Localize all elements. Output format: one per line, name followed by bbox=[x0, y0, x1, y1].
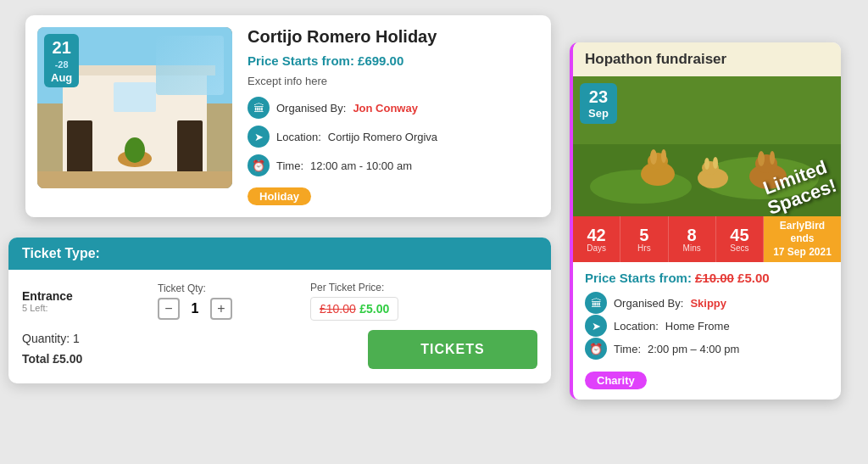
holiday-title: Cortijo Romero Holiday bbox=[248, 27, 536, 47]
holiday-image-wrap: 21 -28 Aug bbox=[37, 27, 232, 188]
holiday-month: Aug bbox=[51, 71, 72, 85]
countdown-bar: 42 Days 5 Hrs 8 Mins 45 Secs EarlyBird e… bbox=[573, 216, 841, 262]
fundraiser-card: Hopathon fundraiser bbox=[570, 42, 841, 400]
holiday-organiser-row: 🏛 Organised By: Jon Conway bbox=[248, 97, 536, 119]
ticket-card: Ticket Type: Entrance 5 Left: Ticket Qty… bbox=[8, 238, 551, 383]
ticket-price-final: £5.00 bbox=[359, 302, 389, 316]
fundraiser-time-label: Time: bbox=[614, 343, 641, 355]
countdown-mins-num: 8 bbox=[687, 226, 697, 243]
svg-rect-5 bbox=[114, 82, 156, 112]
totals-text: Quantity: 1 Total £5.00 bbox=[22, 329, 368, 370]
holiday-day: 21 bbox=[51, 37, 72, 58]
holiday-time-row: ⏰ Time: 12:00 am - 10:00 am bbox=[248, 154, 536, 176]
holiday-time-value: 12:00 am - 10:00 am bbox=[310, 159, 412, 172]
fundraiser-day: 23 bbox=[588, 87, 609, 107]
qty-minus-button[interactable]: − bbox=[158, 298, 180, 320]
holiday-price-value: £699.00 bbox=[358, 53, 403, 68]
qty-value: 1 bbox=[186, 301, 203, 316]
clock-icon: ⏰ bbox=[248, 154, 270, 176]
fundraiser-header: Hopathon fundraiser bbox=[573, 42, 841, 76]
holiday-info: Cortijo Romero Holiday Price Starts from… bbox=[248, 27, 536, 205]
fundraiser-location-label: Location: bbox=[614, 320, 659, 333]
holiday-location-value: Cortijo Romero Orgiva bbox=[328, 131, 437, 143]
countdown-hrs-label: Hrs bbox=[637, 243, 651, 253]
svg-point-24 bbox=[758, 151, 765, 166]
holiday-card: 21 -28 Aug Cortijo Romero Holiday Price … bbox=[25, 15, 551, 217]
earlybird-line2: 17 Sep 2021 bbox=[773, 246, 832, 260]
tickets-button[interactable]: TICKETS bbox=[368, 330, 537, 369]
earlybird-line1: EarlyBird ends bbox=[767, 220, 837, 246]
ticket-price-col: Per Ticket Price: £10.00 £5.00 bbox=[310, 282, 480, 321]
holiday-range: -28 bbox=[55, 59, 69, 70]
countdown-mins-label: Mins bbox=[683, 243, 701, 253]
holiday-date-badge: 21 -28 Aug bbox=[44, 34, 79, 87]
qty-plus-button[interactable]: + bbox=[210, 298, 232, 320]
ticket-body: Entrance 5 Left: Ticket Qty: − 1 + Per T… bbox=[8, 270, 551, 383]
ticket-row: Entrance 5 Left: Ticket Qty: − 1 + Per T… bbox=[22, 282, 537, 321]
ticket-qty-col: Ticket Qty: − 1 + bbox=[158, 282, 310, 320]
holiday-organiser-label: Organised By: bbox=[276, 102, 346, 115]
fundraiser-organiser-label: Organised By: bbox=[614, 297, 683, 310]
ticket-qty-label: Ticket Qty: bbox=[158, 282, 310, 294]
countdown-days: 42 Days bbox=[573, 216, 620, 262]
ticket-entrance-col: Entrance 5 Left: bbox=[22, 289, 158, 313]
svg-rect-9 bbox=[37, 171, 232, 188]
total-line: Total £5.00 bbox=[22, 349, 368, 370]
fundraiser-location-value: Home Frome bbox=[665, 320, 730, 333]
fundraiser-organiser-value: Skippy bbox=[690, 297, 726, 310]
countdown-hrs-num: 5 bbox=[639, 226, 648, 243]
fundraiser-month: Sep bbox=[588, 107, 609, 120]
countdown-secs-num: 45 bbox=[730, 226, 748, 243]
svg-point-25 bbox=[770, 151, 775, 165]
svg-point-21 bbox=[713, 157, 718, 169]
countdown-days-label: Days bbox=[587, 243, 606, 253]
fundraiser-date-badge: 23 Sep bbox=[580, 83, 617, 124]
quantity-line: Quantity: 1 bbox=[22, 329, 368, 349]
fundraiser-price-final: £5.00 bbox=[737, 271, 770, 285]
fundraiser-image-wrap: LimitedSpaces! 23 Sep bbox=[573, 76, 841, 216]
countdown-hrs: 5 Hrs bbox=[620, 216, 668, 262]
fundraiser-price-original: £10.00 bbox=[695, 271, 734, 285]
bank-icon: 🏛 bbox=[248, 97, 270, 119]
svg-point-8 bbox=[125, 137, 145, 163]
fundraiser-price-label: Price Starts from: bbox=[585, 271, 692, 285]
countdown-secs: 45 Secs bbox=[716, 216, 764, 262]
svg-point-16 bbox=[650, 149, 657, 165]
location-icon: ➤ bbox=[248, 126, 270, 148]
ticket-per-price-label: Per Ticket Price: bbox=[310, 282, 480, 293]
countdown-secs-label: Secs bbox=[730, 243, 748, 253]
countdown-mins: 8 Mins bbox=[669, 216, 716, 262]
holiday-price-label: Price Starts from: bbox=[248, 53, 354, 68]
fundraiser-price: Price Starts from: £10.00 £5.00 bbox=[585, 271, 829, 285]
fundraiser-location-icon: ➤ bbox=[585, 315, 607, 337]
earlybird-section: EarlyBird ends 17 Sep 2021 bbox=[764, 216, 841, 262]
fundraiser-location-row: ➤ Location: Home Frome bbox=[585, 315, 829, 337]
holiday-time-label: Time: bbox=[276, 159, 303, 172]
holiday-location-label: Location: bbox=[276, 131, 321, 143]
ticket-price-display: £10.00 £5.00 bbox=[310, 297, 398, 321]
qty-control: − 1 + bbox=[158, 298, 310, 320]
holiday-price: Price Starts from: £699.00 bbox=[248, 53, 536, 68]
fundraiser-organiser-row: 🏛 Organised By: Skippy bbox=[585, 292, 829, 314]
countdown-days-num: 42 bbox=[587, 226, 606, 243]
holiday-organiser-value: Jon Conway bbox=[353, 102, 418, 115]
ticket-left-label: 5 Left: bbox=[22, 303, 158, 313]
fundraiser-info: Price Starts from: £10.00 £5.00 🏛 Organi… bbox=[573, 262, 841, 400]
fundraiser-time-value: 2:00 pm – 4:00 pm bbox=[648, 343, 739, 355]
svg-point-12 bbox=[590, 170, 692, 204]
ticket-header: Ticket Type: bbox=[8, 238, 551, 270]
svg-point-20 bbox=[704, 158, 709, 170]
fundraiser-bank-icon: 🏛 bbox=[585, 292, 607, 314]
ticket-price-original: £10.00 bbox=[320, 302, 356, 316]
charity-tag[interactable]: Charity bbox=[585, 372, 647, 389]
fundraiser-time-row: ⏰ Time: 2:00 pm – 4:00 pm bbox=[585, 338, 829, 360]
holiday-location-row: ➤ Location: Cortijo Romero Orgiva bbox=[248, 126, 536, 148]
ticket-entrance-label: Entrance bbox=[22, 289, 158, 303]
holiday-tag[interactable]: Holiday bbox=[248, 187, 311, 205]
svg-point-17 bbox=[661, 149, 666, 163]
fundraiser-clock-icon: ⏰ bbox=[585, 338, 607, 360]
holiday-excerpt: Except info here bbox=[248, 75, 536, 87]
ticket-totals: Quantity: 1 Total £5.00 TICKETS bbox=[22, 329, 537, 370]
